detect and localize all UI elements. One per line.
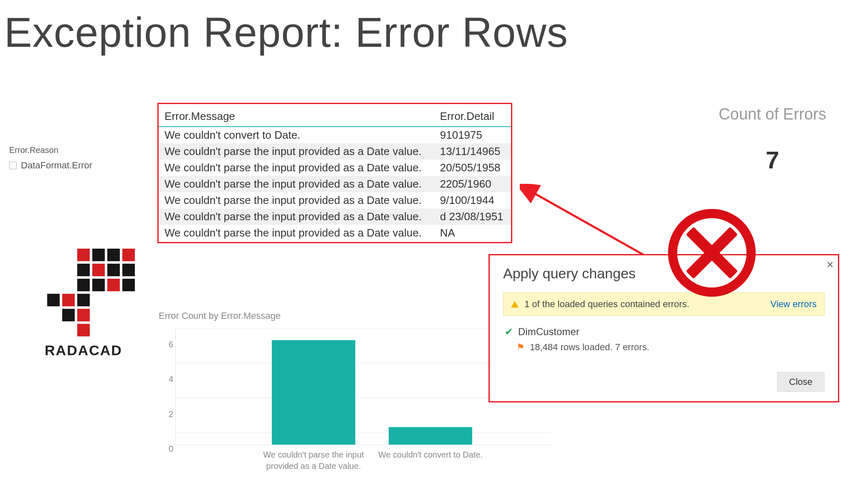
cell-message: We couldn't parse the input provided as … [159,160,434,176]
x-axis-label: We couldn't parse the input provided as … [259,449,368,472]
card-value: 7 [719,146,826,174]
query-detail-text: 18,484 rows loaded. 7 errors. [530,342,649,353]
cell-message: We couldn't parse the input provided as … [159,143,434,160]
query-name: DimCustomer [518,326,580,338]
cell-detail: NA [434,225,511,241]
slicer-title: Error.Reason [9,145,134,155]
card-title: Count of Errors [719,105,826,123]
query-result-row: ✔ DimCustomer [505,326,825,338]
flag-icon: ⚑ [516,342,525,353]
error-table: Error.Message Error.Detail We couldn't c… [157,103,512,243]
cell-message: We couldn't parse the input provided as … [159,176,434,192]
page-title: Exception Report: Error Rows [4,8,568,56]
y-axis-tick: 2 [159,409,173,419]
logo-text: RADACAD [25,342,142,359]
cell-message: We couldn't parse the input provided as … [159,225,434,241]
cell-message: We couldn't convert to Date. [159,127,434,143]
slicer-item-dataformat-error[interactable]: DataFormat.Error [9,160,134,171]
cell-message: We couldn't parse the input provided as … [159,192,434,209]
cell-detail: 20/505/1958 [434,160,511,176]
cell-detail: 9101975 [434,127,511,143]
table-row[interactable]: We couldn't parse the input provided as … [159,176,511,192]
col-header-detail[interactable]: Error.Detail [434,107,511,127]
chart-bar[interactable] [389,427,472,445]
close-icon[interactable]: ✕ [826,260,834,270]
query-detail-row: ⚑ 18,484 rows loaded. 7 errors. [503,342,825,353]
chart-bar[interactable] [272,340,355,445]
count-of-errors-card: Count of Errors 7 [719,105,826,174]
table-row[interactable]: We couldn't parse the input provided as … [159,192,511,209]
slicer-error-reason: Error.Reason DataFormat.Error [9,145,134,171]
cell-detail: 13/11/14965 [434,143,511,160]
slicer-item-label: DataFormat.Error [21,160,92,171]
close-button[interactable]: Close [777,372,825,392]
y-axis-tick: 4 [159,374,173,384]
cell-detail: d 23/08/1951 [434,209,511,225]
radacad-logo: RADACAD [25,249,142,359]
table-row[interactable]: We couldn't parse the input provided as … [159,160,511,176]
logo-graphic [32,249,135,336]
x-axis-label: We couldn't convert to Date. [376,449,485,461]
cell-detail: 2205/1960 [434,176,511,192]
error-overlay-x-icon [668,209,756,297]
table-row[interactable]: We couldn't parse the input provided as … [159,143,511,160]
view-errors-link[interactable]: View errors [770,299,817,310]
apply-query-changes-dialog: ✕ Apply query changes 1 of the loaded qu… [488,254,839,402]
col-header-message[interactable]: Error.Message [159,107,434,127]
cell-message: We couldn't parse the input provided as … [159,209,434,225]
table-row[interactable]: We couldn't parse the input provided as … [159,209,511,225]
warning-banner: 1 of the loaded queries contained errors… [503,293,825,316]
table-row[interactable]: We couldn't convert to Date.9101975 [159,127,511,143]
table-row[interactable]: We couldn't parse the input provided as … [159,225,511,241]
dialog-title: Apply query changes [503,265,825,282]
y-axis-tick: 0 [159,444,173,454]
checkbox-icon[interactable] [9,162,17,169]
warning-text: 1 of the loaded queries contained errors… [524,299,689,310]
checkmark-icon: ✔ [505,326,513,338]
y-axis-tick: 6 [159,340,173,349]
cell-detail: 9/100/1944 [434,192,511,209]
warning-icon [511,301,519,308]
